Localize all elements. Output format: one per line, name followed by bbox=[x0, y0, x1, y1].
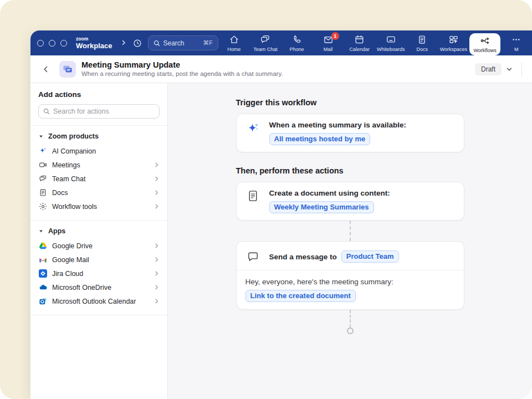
chevron-right-icon bbox=[154, 257, 160, 263]
caret-down-icon bbox=[38, 134, 44, 139]
nav-tab-team-chat[interactable]: Team Chat bbox=[250, 30, 282, 55]
section-label: Zoom products bbox=[48, 132, 99, 140]
window-control-maximize[interactable] bbox=[60, 40, 67, 47]
add-actions-sidebar: Add actions Zoom products AI Companion bbox=[30, 83, 168, 399]
document-content-token[interactable]: Weekly Meeting Summaries bbox=[269, 201, 374, 213]
sidebar-item-google-drive[interactable]: Google Drive bbox=[38, 239, 160, 253]
section-apps[interactable]: Apps bbox=[38, 223, 160, 239]
nav-tab-label: Workspaces bbox=[440, 47, 467, 52]
nav-tab-phone[interactable]: Phone bbox=[281, 30, 313, 55]
flow-connector bbox=[350, 221, 351, 241]
workflow-thumbnail-icon bbox=[59, 61, 76, 78]
chevron-down-icon[interactable] bbox=[506, 66, 513, 73]
global-search-button[interactable]: Search ⌘F bbox=[148, 35, 218, 50]
nav-tab-docs[interactable]: Docs bbox=[407, 30, 438, 55]
send-message-title: Send a message to bbox=[269, 252, 337, 262]
top-navigation-bar: zoom Workplace Search ⌘F Home bbox=[30, 30, 532, 55]
nav-tab-calendar[interactable]: Calendar bbox=[344, 30, 375, 55]
sidebar-item-team-chat[interactable]: Team Chat bbox=[38, 172, 160, 186]
nav-tab-label: Team Chat bbox=[253, 47, 278, 52]
status-badge[interactable]: Draft bbox=[475, 63, 502, 75]
trigger-scope-token[interactable]: All meetings hosted by me bbox=[269, 133, 371, 145]
actions-section-heading: Then, perform these actions bbox=[236, 166, 464, 175]
desktop-background: zoom Workplace Search ⌘F Home bbox=[0, 0, 532, 399]
sidebar-item-label: Microsoft Outlook Calendar bbox=[52, 298, 149, 305]
sidebar-item-microsoft-onedrive[interactable]: Microsoft OneDrive bbox=[38, 280, 160, 294]
nav-tab-label: Whiteboards bbox=[377, 47, 405, 52]
workflow-header: Meeting Summary Update When a recurring … bbox=[30, 55, 532, 83]
chevron-right-icon bbox=[154, 243, 160, 249]
nav-tab-workflows[interactable]: Workflows bbox=[469, 33, 501, 55]
workflows-icon bbox=[480, 35, 490, 46]
nav-tab-workspaces[interactable]: Workspaces bbox=[438, 30, 469, 55]
chat-bubble-icon bbox=[245, 249, 261, 263]
mail-unread-badge: 1 bbox=[331, 32, 339, 40]
trigger-card[interactable]: When a meeting summary is available: All… bbox=[236, 114, 464, 152]
sidebar-item-label: Team Chat bbox=[52, 175, 149, 183]
message-text: Hey, everyone, here's the meeting summar… bbox=[245, 277, 455, 287]
sidebar-item-label: Workflow tools bbox=[52, 203, 149, 211]
sidebar-divider bbox=[30, 220, 167, 221]
brand-workplace: Workplace bbox=[76, 42, 112, 49]
window-control-minimize[interactable] bbox=[49, 40, 55, 47]
docs-icon bbox=[417, 34, 427, 45]
nav-tab-whiteboards[interactable]: Whiteboards bbox=[375, 30, 407, 55]
create-document-action-card[interactable]: Create a document using content: Weekly … bbox=[236, 182, 464, 221]
gear-icon bbox=[38, 202, 48, 211]
window-controls[interactable] bbox=[37, 40, 67, 47]
home-icon bbox=[229, 34, 239, 45]
create-document-title: Create a document using content: bbox=[269, 188, 390, 198]
team-chat-icon bbox=[38, 175, 48, 183]
actions-search-box[interactable] bbox=[38, 104, 160, 119]
phone-icon bbox=[291, 34, 302, 45]
jira-icon bbox=[38, 269, 48, 278]
sidebar-item-google-mail[interactable]: Google Mail bbox=[38, 253, 160, 267]
sidebar-item-ai-companion[interactable]: AI Companion bbox=[38, 144, 160, 158]
back-button[interactable] bbox=[42, 65, 50, 74]
nav-tab-label: Calendar bbox=[349, 47, 370, 52]
calendar-icon bbox=[354, 34, 365, 45]
nav-tab-home[interactable]: Home bbox=[218, 30, 250, 55]
nav-tab-mail[interactable]: 1 Mail bbox=[313, 30, 344, 55]
sidebar-item-label: Google Drive bbox=[52, 242, 149, 250]
sidebar-item-workflow-tools[interactable]: Workflow tools bbox=[38, 200, 160, 213]
zoom-workplace-window: zoom Workplace Search ⌘F Home bbox=[30, 30, 532, 399]
nav-tab-more[interactable]: M bbox=[500, 30, 532, 55]
chevron-left-icon bbox=[42, 65, 50, 74]
sidebar-item-label: Docs bbox=[52, 189, 149, 197]
nav-tab-label: M bbox=[514, 47, 519, 52]
flow-connector-end bbox=[350, 310, 351, 328]
send-message-action-card[interactable]: Send a message to Product Team Hey, ever… bbox=[236, 241, 464, 310]
trigger-section-heading: Trigger this workflow bbox=[236, 98, 464, 107]
sidebar-item-label: Meetings bbox=[52, 161, 149, 169]
sidebar-item-meetings[interactable]: Meetings bbox=[38, 158, 160, 172]
brand-zoom: zoom bbox=[76, 37, 112, 42]
window-control-close[interactable] bbox=[37, 40, 44, 47]
message-link-token[interactable]: Link to the created document bbox=[245, 290, 356, 302]
section-zoom-products[interactable]: Zoom products bbox=[38, 129, 160, 144]
team-chat-icon bbox=[260, 34, 270, 45]
chevron-right-icon bbox=[154, 203, 160, 209]
sidebar-item-label: AI Companion bbox=[52, 147, 160, 155]
search-shortcut: ⌘F bbox=[203, 39, 213, 47]
sidebar-item-microsoft-outlook-calendar[interactable]: Microsoft Outlook Calendar bbox=[38, 294, 160, 308]
sidebar-item-label: Jira Cloud bbox=[52, 270, 149, 278]
ai-companion-icon bbox=[38, 147, 48, 155]
chevron-right-icon bbox=[154, 162, 160, 168]
nav-tabs: Home Team Chat Phone 1 Mail Calend bbox=[218, 30, 532, 55]
flow-end-node[interactable] bbox=[347, 328, 354, 334]
sidebar-item-docs[interactable]: Docs bbox=[38, 186, 160, 200]
docs-icon bbox=[38, 188, 48, 197]
sidebar-divider bbox=[30, 125, 167, 126]
chevron-right-icon bbox=[154, 176, 160, 182]
chevron-right-icon bbox=[154, 190, 160, 196]
actions-search-input[interactable] bbox=[53, 108, 155, 115]
history-icon[interactable] bbox=[132, 38, 142, 48]
sidebar-divider bbox=[30, 315, 167, 315]
onedrive-icon bbox=[38, 283, 48, 291]
outlook-calendar-icon bbox=[38, 297, 48, 305]
chevron-right-icon[interactable] bbox=[120, 38, 127, 48]
nav-tab-label: Docs bbox=[417, 47, 428, 52]
sidebar-item-jira-cloud[interactable]: Jira Cloud bbox=[38, 267, 160, 280]
message-recipient-token[interactable]: Product Team bbox=[341, 250, 399, 263]
